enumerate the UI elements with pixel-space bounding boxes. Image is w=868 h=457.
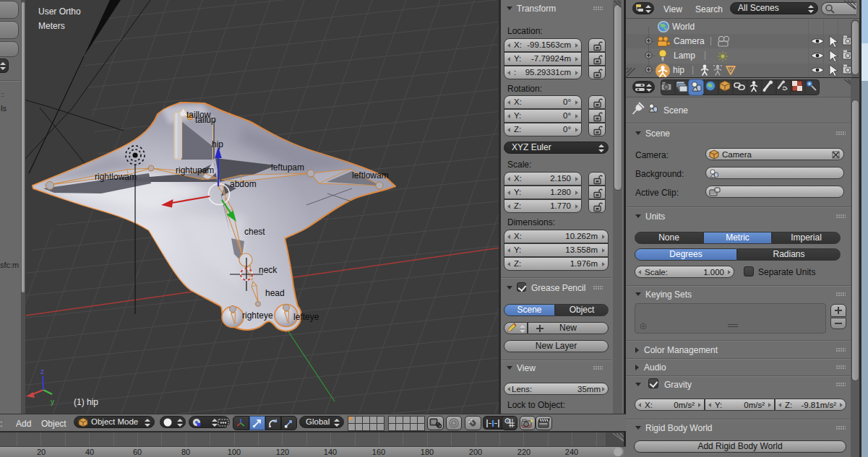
svg-text:tailup: tailup: [195, 115, 216, 125]
svg-text:chest: chest: [244, 227, 265, 237]
svg-text:head: head: [265, 288, 285, 298]
svg-text:leftupam: leftupam: [271, 162, 304, 173]
svg-text:y: y: [51, 398, 54, 406]
svg-text:abdom: abdom: [230, 179, 257, 189]
svg-text:hip: hip: [212, 139, 223, 149]
svg-text:z: z: [40, 367, 44, 375]
svg-text:rightlowam: rightlowam: [95, 172, 137, 182]
svg-text:neck: neck: [259, 265, 278, 275]
svg-text:righteye: righteye: [242, 310, 273, 321]
svg-text:leftlowam: leftlowam: [352, 170, 389, 180]
svg-text:rightupam: rightupam: [176, 165, 214, 175]
svg-text:lefteye: lefteye: [293, 312, 319, 322]
